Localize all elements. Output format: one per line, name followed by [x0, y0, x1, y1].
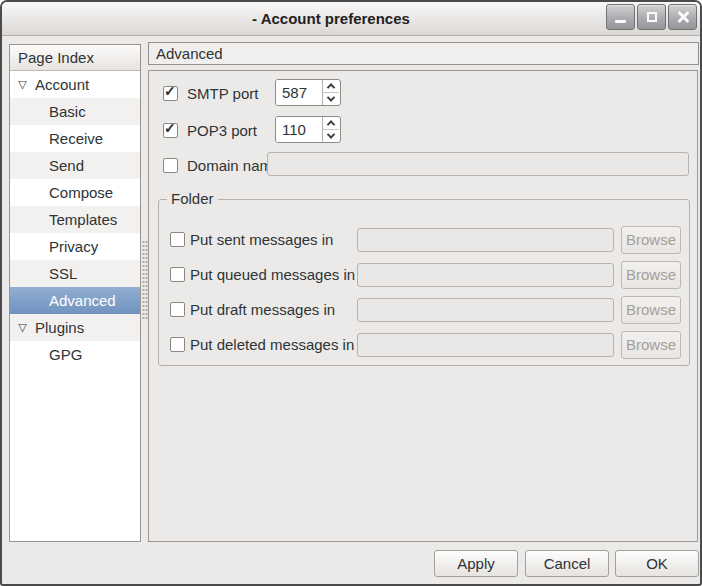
sidebar-item-label: Receive: [49, 130, 103, 147]
sidebar-item-basic[interactable]: Basic: [10, 98, 140, 125]
sidebar-item-plugins[interactable]: ▽ Plugins: [10, 314, 140, 341]
sidebar-item-receive[interactable]: Receive: [10, 125, 140, 152]
pane-splitter[interactable]: [141, 38, 148, 586]
sidebar-item-advanced[interactable]: Advanced: [10, 287, 140, 314]
domain-name-input: [268, 153, 688, 175]
put-deleted-checkbox[interactable]: [170, 337, 185, 352]
smtp-port-label: SMTP port: [187, 80, 258, 107]
put-sent-checkbox[interactable]: [170, 232, 185, 247]
app-window: - Account preferences Page Index ▽ Accou…: [0, 0, 702, 586]
check-icon: ✓: [164, 83, 176, 99]
sidebar-item-label: Privacy: [49, 238, 98, 255]
chevron-down-icon: [327, 93, 335, 101]
smtp-port-input[interactable]: [276, 80, 322, 105]
sidebar-item-label: Plugins: [35, 319, 84, 336]
smtp-port-checkbox[interactable]: ✓: [163, 86, 178, 101]
put-draft-label: Put draft messages in: [190, 296, 335, 323]
sent-folder-field: [357, 228, 614, 252]
sidebar-item-label: GPG: [49, 346, 82, 363]
page-index-panel: Page Index ▽ Account Basic Receive Send …: [9, 44, 141, 542]
deleted-folder-field: [357, 333, 614, 357]
titlebar: - Account preferences: [2, 2, 700, 36]
apply-button[interactable]: Apply: [434, 550, 518, 577]
pop3-port-spinbox: [275, 116, 341, 143]
window-title: - Account preferences: [62, 2, 600, 35]
page-title: Advanced: [148, 42, 699, 65]
chevron-down-icon: [327, 130, 335, 138]
queued-folder-field: [357, 263, 614, 287]
cancel-button[interactable]: Cancel: [525, 550, 609, 577]
ok-button[interactable]: OK: [615, 550, 699, 577]
draft-folder-input: [358, 299, 613, 321]
sidebar-item-ssl[interactable]: SSL: [10, 260, 140, 287]
expander-icon[interactable]: ▽: [14, 71, 31, 98]
check-icon: ✓: [164, 120, 176, 136]
spin-down-button[interactable]: [323, 93, 339, 105]
put-queued-label: Put queued messages in: [190, 261, 355, 288]
spin-down-button[interactable]: [323, 130, 339, 142]
close-icon: [676, 10, 690, 24]
spin-up-button[interactable]: [323, 117, 339, 130]
chevron-up-icon: [327, 83, 335, 91]
advanced-panel: ✓ SMTP port ✓ POP3 port Domain name: [148, 70, 698, 542]
sidebar-item-templates[interactable]: Templates: [10, 206, 140, 233]
pop3-port-spinner: [322, 117, 339, 142]
smtp-port-spinner: [322, 80, 339, 105]
put-queued-checkbox[interactable]: [170, 267, 185, 282]
sent-folder-input: [358, 229, 613, 251]
deleted-folder-input: [358, 334, 613, 356]
sidebar-item-label: Advanced: [49, 292, 116, 309]
sidebar-item-gpg[interactable]: GPG: [10, 341, 140, 368]
pop3-port-checkbox[interactable]: ✓: [163, 123, 178, 138]
sidebar-item-label: Templates: [49, 211, 117, 228]
smtp-port-spinbox: [275, 79, 341, 106]
draft-folder-field: [357, 298, 614, 322]
minimize-icon: [615, 20, 626, 23]
sidebar-item-account[interactable]: ▽ Account: [10, 71, 140, 98]
sidebar-item-label: Basic: [49, 103, 86, 120]
chevron-up-icon: [327, 120, 335, 128]
queued-folder-input: [358, 264, 613, 286]
close-button[interactable]: [668, 4, 697, 30]
put-deleted-label: Put deleted messages in: [190, 331, 354, 358]
domain-name-checkbox[interactable]: [163, 158, 178, 173]
minimize-button[interactable]: [606, 4, 635, 30]
page-index-header[interactable]: Page Index: [10, 45, 140, 71]
folder-group: Folder Put sent messages in Browse Put q…: [158, 199, 690, 366]
browse-draft-button: Browse: [621, 296, 681, 324]
domain-name-field: [267, 152, 689, 176]
put-draft-checkbox[interactable]: [170, 302, 185, 317]
maximize-button[interactable]: [637, 4, 666, 30]
sidebar-item-privacy[interactable]: Privacy: [10, 233, 140, 260]
spin-up-button[interactable]: [323, 80, 339, 93]
expander-icon[interactable]: ▽: [14, 314, 31, 341]
folder-group-title: Folder: [167, 190, 218, 207]
sidebar-item-label: Send: [49, 157, 84, 174]
sidebar-item-label: Account: [35, 76, 89, 93]
pop3-port-input[interactable]: [276, 117, 322, 142]
put-sent-label: Put sent messages in: [190, 226, 333, 253]
sidebar-item-send[interactable]: Send: [10, 152, 140, 179]
browse-deleted-button: Browse: [621, 331, 681, 359]
pop3-port-label: POP3 port: [187, 117, 257, 144]
window-controls: [606, 4, 697, 30]
sidebar-item-label: Compose: [49, 184, 113, 201]
sidebar-item-compose[interactable]: Compose: [10, 179, 140, 206]
browse-queued-button: Browse: [621, 261, 681, 289]
browse-sent-button: Browse: [621, 226, 681, 254]
maximize-icon: [647, 12, 657, 22]
sidebar-item-label: SSL: [49, 265, 77, 282]
